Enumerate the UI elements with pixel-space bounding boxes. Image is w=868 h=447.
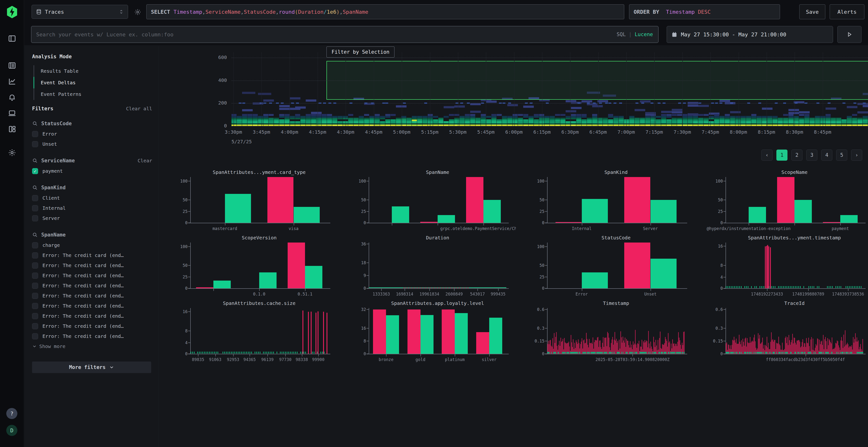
filter-group-clear-link[interactable]: Clear bbox=[138, 158, 152, 164]
event-feed-icon[interactable] bbox=[7, 61, 17, 70]
query-token: SpanName bbox=[343, 9, 368, 15]
histogram-title: StatusCode bbox=[547, 235, 685, 241]
panel-left-icon[interactable] bbox=[7, 34, 17, 43]
filter-option-label: Error: The credit card (end… bbox=[42, 303, 124, 309]
pagination-page-3[interactable]: 3 bbox=[806, 149, 817, 161]
pagination-next-button[interactable]: › bbox=[851, 149, 862, 161]
filter-option[interactable]: Error: The credit card (end… bbox=[32, 301, 157, 311]
help-button[interactable]: ? bbox=[6, 408, 18, 419]
filter-checkbox[interactable] bbox=[32, 293, 38, 299]
filter-checkbox[interactable] bbox=[32, 195, 38, 201]
help-label: ? bbox=[10, 411, 13, 417]
filter-checkbox[interactable] bbox=[32, 323, 38, 329]
filter-option[interactable]: Server bbox=[32, 213, 157, 223]
filter-option[interactable]: Error: The credit card (end… bbox=[32, 250, 157, 260]
alerts-bell-icon[interactable] bbox=[7, 93, 17, 102]
y-tick bbox=[367, 200, 369, 200]
filter-checkbox[interactable] bbox=[32, 141, 38, 147]
query-language-toggle[interactable]: SQL | Lucene bbox=[617, 32, 658, 37]
filter-option[interactable]: Error: The credit card (end… bbox=[32, 260, 157, 271]
filter-checkbox[interactable] bbox=[32, 263, 38, 269]
x-tick-label: 98338 bbox=[296, 357, 308, 362]
pagination-page-2[interactable]: 2 bbox=[791, 149, 802, 161]
hyperdx-logo-icon[interactable] bbox=[5, 5, 19, 19]
filter-option[interactable]: charge bbox=[32, 240, 157, 250]
source-settings-gear-icon[interactable] bbox=[132, 7, 143, 18]
filter-option-label: Error: The credit card (end… bbox=[42, 263, 124, 268]
chart-explorer-icon[interactable] bbox=[7, 77, 17, 86]
order-by-input[interactable]: ORDER BY Timestamp DESC bbox=[629, 4, 780, 19]
y-tick-label: 25 bbox=[349, 209, 366, 214]
y-tick-label: 25 bbox=[528, 275, 545, 279]
x-tick-label: Internal bbox=[572, 226, 592, 231]
sql-mode-option[interactable]: SQL bbox=[617, 32, 626, 37]
time-range-picker[interactable]: May 27 15:30:00 - May 27 21:00:00 bbox=[667, 26, 833, 43]
filter-option[interactable]: Internal bbox=[32, 203, 157, 213]
y-tick bbox=[545, 181, 547, 181]
filter-checkbox[interactable] bbox=[32, 283, 38, 289]
save-button[interactable]: Save bbox=[799, 4, 825, 19]
filter-checkbox[interactable] bbox=[32, 131, 38, 137]
filter-option[interactable]: Error: The credit card (end… bbox=[32, 321, 157, 331]
filter-option[interactable]: Error: The credit card (end… bbox=[32, 291, 157, 301]
filter-option[interactable]: Error: The credit card (end… bbox=[32, 281, 157, 291]
heatmap-v-gridline bbox=[626, 53, 627, 126]
filter-by-selection-tooltip[interactable]: Filter by Selection bbox=[327, 46, 395, 58]
pagination-page-4[interactable]: 4 bbox=[821, 149, 832, 161]
filter-checkbox[interactable] bbox=[32, 333, 38, 339]
histogram-title: SpanKind bbox=[547, 169, 685, 175]
histogram-canvas bbox=[526, 299, 694, 364]
lucene-mode-option[interactable]: Lucene bbox=[634, 32, 653, 37]
filter-checkbox[interactable] bbox=[32, 303, 38, 309]
clear-all-link[interactable]: Clear all bbox=[126, 106, 152, 111]
pagination-page-1[interactable]: 1 bbox=[776, 149, 787, 161]
client-sessions-icon[interactable] bbox=[7, 108, 17, 118]
query-token: , bbox=[241, 9, 244, 15]
filter-option[interactable]: Error: The credit card (end… bbox=[32, 311, 157, 321]
filter-option[interactable]: Unset bbox=[32, 139, 157, 149]
heatmap-x-tick-label: 5:00pm bbox=[393, 129, 410, 135]
y-tick-label: 25 bbox=[706, 209, 723, 214]
analysis-mode-item-results-table[interactable]: Results Table bbox=[33, 65, 154, 77]
heatmap-x-tick-label: 7:45pm bbox=[702, 129, 719, 135]
pagination-prev-button[interactable]: ‹ bbox=[762, 149, 773, 161]
show-more-link[interactable]: Show more bbox=[32, 341, 157, 351]
filter-option[interactable]: Client bbox=[32, 193, 157, 203]
filter-checkbox[interactable] bbox=[32, 273, 38, 279]
filter-option[interactable]: Error bbox=[32, 129, 157, 139]
inlier-bar bbox=[582, 272, 608, 288]
search-icon bbox=[32, 158, 38, 164]
y-tick bbox=[188, 265, 190, 266]
source-selector[interactable]: Traces bbox=[32, 5, 128, 19]
analysis-mode-item-event-deltas[interactable]: Event Deltas bbox=[33, 77, 154, 89]
query-token: ServiceName bbox=[206, 9, 241, 15]
analysis-mode-item-event-patterns[interactable]: Event Patterns bbox=[33, 89, 154, 100]
run-query-button[interactable] bbox=[837, 26, 862, 43]
filter-option[interactable]: Error: The credit card (end… bbox=[32, 331, 157, 341]
filter-checkbox[interactable]: ✓ bbox=[32, 168, 38, 174]
filter-option-label: Client bbox=[42, 195, 60, 201]
dashboards-icon[interactable] bbox=[7, 124, 17, 134]
x-tick bbox=[582, 223, 582, 226]
y-tick-label: 0 bbox=[171, 220, 188, 225]
search-input[interactable] bbox=[31, 32, 617, 38]
heatmap-x-tick-label: 5:15pm bbox=[421, 129, 438, 135]
filter-checkbox[interactable] bbox=[32, 215, 38, 221]
filter-option[interactable]: ✓payment bbox=[32, 166, 157, 176]
more-filters-button[interactable]: More filters bbox=[32, 362, 151, 373]
filter-option[interactable]: Error: The credit card (end… bbox=[32, 271, 157, 281]
pagination-page-5[interactable]: 5 bbox=[836, 149, 847, 161]
filter-group-name: SpanName bbox=[41, 232, 152, 238]
filter-option-label: Error: The credit card (end… bbox=[42, 293, 124, 299]
x-tick bbox=[455, 354, 455, 356]
filter-checkbox[interactable] bbox=[32, 205, 38, 211]
filter-checkbox[interactable] bbox=[32, 313, 38, 319]
x-tick bbox=[489, 354, 490, 356]
avatar[interactable]: D bbox=[6, 425, 18, 436]
select-clause-input[interactable]: SELECT Timestamp,ServiceName,StatusCode,… bbox=[146, 4, 624, 19]
alerts-button[interactable]: Alerts bbox=[830, 4, 864, 19]
filter-checkbox[interactable] bbox=[32, 242, 38, 248]
settings-gear-icon[interactable] bbox=[7, 148, 17, 158]
filter-checkbox[interactable] bbox=[32, 252, 38, 259]
x-tick-label: platinum bbox=[445, 357, 465, 362]
